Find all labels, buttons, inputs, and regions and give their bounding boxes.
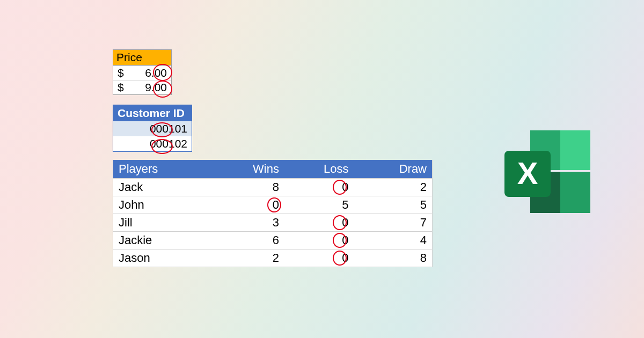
player-name: Jack	[113, 179, 194, 196]
price-header: Price	[113, 50, 171, 65]
player-draw: 7	[354, 214, 433, 231]
player-name: John	[113, 196, 194, 214]
player-loss: 5	[284, 196, 354, 214]
player-loss: 0	[284, 232, 354, 249]
player-draw: 8	[354, 249, 433, 267]
player-name: Jason	[113, 249, 194, 267]
table-row: Jackie 6 0 4	[113, 231, 432, 249]
player-loss: 0	[284, 249, 354, 267]
player-draw: 4	[354, 232, 433, 249]
svg-rect-3	[560, 130, 590, 170]
price-value: 9.00	[128, 80, 171, 94]
currency-symbol: $	[113, 80, 128, 94]
price-row: $ 9.00	[113, 80, 171, 94]
player-wins: 0	[194, 196, 284, 214]
price-value: 6.00	[128, 66, 171, 80]
col-header-loss: Loss	[284, 160, 354, 178]
players-table: Players Wins Loss Draw Jack 8 0 2 John 0…	[113, 160, 433, 267]
players-header-row: Players Wins Loss Draw	[113, 160, 432, 178]
customer-table: Customer ID 000101 000102	[113, 105, 192, 152]
player-wins: 2	[194, 249, 284, 267]
table-row: Jason 2 0 8	[113, 249, 432, 267]
player-name: Jackie	[113, 232, 194, 249]
player-wins: 6	[194, 232, 284, 249]
price-table: Price $ 6.00 $ 9.00	[113, 49, 172, 95]
table-row: John 0 5 5	[113, 196, 432, 214]
svg-rect-5	[560, 172, 590, 213]
excel-icon: X	[499, 126, 596, 217]
customer-row: 000102	[113, 136, 192, 151]
player-loss: 0	[284, 179, 354, 196]
player-loss: 0	[284, 214, 354, 231]
excel-x-glyph: X	[517, 156, 538, 190]
player-wins: 3	[194, 214, 284, 231]
table-row: Jill 3 0 7	[113, 214, 432, 231]
customer-row: 000101	[113, 121, 192, 136]
player-draw: 2	[354, 179, 433, 196]
player-wins: 8	[194, 179, 284, 196]
player-draw: 5	[354, 196, 433, 214]
col-header-draw: Draw	[354, 160, 433, 178]
table-row: Jack 8 0 2	[113, 178, 432, 196]
player-name: Jill	[113, 214, 194, 231]
currency-symbol: $	[113, 66, 128, 80]
customer-header: Customer ID	[113, 105, 192, 121]
col-header-players: Players	[113, 160, 194, 178]
col-header-wins: Wins	[194, 160, 284, 178]
price-row: $ 6.00	[113, 65, 171, 80]
